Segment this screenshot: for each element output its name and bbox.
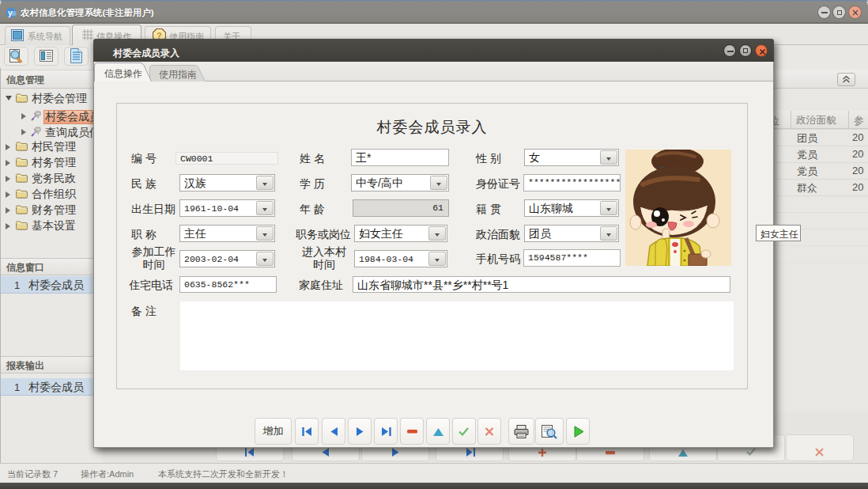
svg-text:y: y [8,9,13,17]
